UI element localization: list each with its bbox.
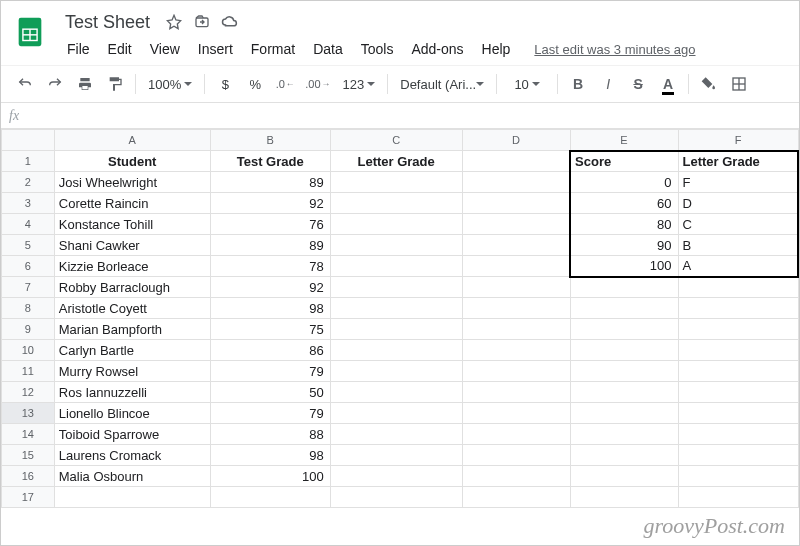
cell-F16[interactable] xyxy=(678,466,798,487)
cell-C12[interactable] xyxy=(330,382,462,403)
cell-E11[interactable] xyxy=(570,361,678,382)
cell-D11[interactable] xyxy=(462,361,570,382)
menu-addons[interactable]: Add-ons xyxy=(403,37,471,61)
row-header-11[interactable]: 11 xyxy=(2,361,55,382)
col-header-F[interactable]: F xyxy=(678,130,798,151)
cell-B3[interactable]: 92 xyxy=(210,193,330,214)
cell-E12[interactable] xyxy=(570,382,678,403)
cell-A17[interactable] xyxy=(54,487,210,508)
cell-E1[interactable]: Score xyxy=(570,151,678,172)
row-header-7[interactable]: 7 xyxy=(2,277,55,298)
cell-F7[interactable] xyxy=(678,277,798,298)
cell-D5[interactable] xyxy=(462,235,570,256)
cell-E6[interactable]: 100 xyxy=(570,256,678,277)
zoom-select[interactable]: 100% xyxy=(142,70,198,98)
menu-file[interactable]: File xyxy=(59,37,98,61)
cell-C15[interactable] xyxy=(330,445,462,466)
menu-help[interactable]: Help xyxy=(474,37,519,61)
cell-D2[interactable] xyxy=(462,172,570,193)
row-header-15[interactable]: 15 xyxy=(2,445,55,466)
cell-C11[interactable] xyxy=(330,361,462,382)
cell-A4[interactable]: Konstance Tohill xyxy=(54,214,210,235)
menu-view[interactable]: View xyxy=(142,37,188,61)
cell-E17[interactable] xyxy=(570,487,678,508)
cell-E2[interactable]: 0 xyxy=(570,172,678,193)
spreadsheet-grid[interactable]: ABCDEF1StudentTest GradeLetter GradeScor… xyxy=(1,129,799,545)
menu-tools[interactable]: Tools xyxy=(353,37,402,61)
menu-format[interactable]: Format xyxy=(243,37,303,61)
borders-button[interactable] xyxy=(725,70,753,98)
cell-E13[interactable] xyxy=(570,403,678,424)
italic-button[interactable]: I xyxy=(594,70,622,98)
cell-C7[interactable] xyxy=(330,277,462,298)
cell-C16[interactable] xyxy=(330,466,462,487)
cell-F2[interactable]: F xyxy=(678,172,798,193)
cell-D6[interactable] xyxy=(462,256,570,277)
cell-D15[interactable] xyxy=(462,445,570,466)
cell-D16[interactable] xyxy=(462,466,570,487)
cell-C2[interactable] xyxy=(330,172,462,193)
cell-D12[interactable] xyxy=(462,382,570,403)
cell-E7[interactable] xyxy=(570,277,678,298)
cell-B6[interactable]: 78 xyxy=(210,256,330,277)
cell-A11[interactable]: Murry Rowsel xyxy=(54,361,210,382)
formula-input[interactable] xyxy=(49,103,791,128)
cell-C9[interactable] xyxy=(330,319,462,340)
cell-B9[interactable]: 75 xyxy=(210,319,330,340)
row-header-14[interactable]: 14 xyxy=(2,424,55,445)
cell-C6[interactable] xyxy=(330,256,462,277)
cell-A3[interactable]: Corette Raincin xyxy=(54,193,210,214)
cell-B1[interactable]: Test Grade xyxy=(210,151,330,172)
cell-E4[interactable]: 80 xyxy=(570,214,678,235)
cell-C17[interactable] xyxy=(330,487,462,508)
cell-D7[interactable] xyxy=(462,277,570,298)
cell-F12[interactable] xyxy=(678,382,798,403)
cell-D9[interactable] xyxy=(462,319,570,340)
menu-insert[interactable]: Insert xyxy=(190,37,241,61)
last-edit-link[interactable]: Last edit was 3 minutes ago xyxy=(534,42,695,57)
row-header-4[interactable]: 4 xyxy=(2,214,55,235)
cell-D13[interactable] xyxy=(462,403,570,424)
cell-F11[interactable] xyxy=(678,361,798,382)
strikethrough-button[interactable]: S xyxy=(624,70,652,98)
cell-F14[interactable] xyxy=(678,424,798,445)
cell-F10[interactable] xyxy=(678,340,798,361)
cell-A16[interactable]: Malia Osbourn xyxy=(54,466,210,487)
paint-format-button[interactable] xyxy=(101,70,129,98)
cell-B12[interactable]: 50 xyxy=(210,382,330,403)
row-header-5[interactable]: 5 xyxy=(2,235,55,256)
cell-F3[interactable]: D xyxy=(678,193,798,214)
cell-F4[interactable]: C xyxy=(678,214,798,235)
star-icon[interactable] xyxy=(164,12,184,32)
cell-B7[interactable]: 92 xyxy=(210,277,330,298)
move-icon[interactable] xyxy=(192,12,212,32)
col-header-E[interactable]: E xyxy=(570,130,678,151)
cell-A6[interactable]: Kizzie Borleace xyxy=(54,256,210,277)
cell-C13[interactable] xyxy=(330,403,462,424)
cell-D14[interactable] xyxy=(462,424,570,445)
cell-F15[interactable] xyxy=(678,445,798,466)
cell-D3[interactable] xyxy=(462,193,570,214)
cell-A7[interactable]: Robby Barraclough xyxy=(54,277,210,298)
cell-A1[interactable]: Student xyxy=(54,151,210,172)
bold-button[interactable]: B xyxy=(564,70,592,98)
row-header-13[interactable]: 13 xyxy=(2,403,55,424)
cell-A10[interactable]: Carlyn Bartle xyxy=(54,340,210,361)
cell-F6[interactable]: A xyxy=(678,256,798,277)
row-header-10[interactable]: 10 xyxy=(2,340,55,361)
cell-D1[interactable] xyxy=(462,151,570,172)
cell-B8[interactable]: 98 xyxy=(210,298,330,319)
cell-C14[interactable] xyxy=(330,424,462,445)
menu-data[interactable]: Data xyxy=(305,37,351,61)
row-header-6[interactable]: 6 xyxy=(2,256,55,277)
col-header-B[interactable]: B xyxy=(210,130,330,151)
increase-decimal-button[interactable]: .00→ xyxy=(301,70,334,98)
cell-F17[interactable] xyxy=(678,487,798,508)
decrease-decimal-button[interactable]: .0← xyxy=(271,70,299,98)
cell-A15[interactable]: Laurens Cromack xyxy=(54,445,210,466)
cell-F13[interactable] xyxy=(678,403,798,424)
cell-F5[interactable]: B xyxy=(678,235,798,256)
format-currency-button[interactable]: $ xyxy=(211,70,239,98)
sheets-logo-icon[interactable] xyxy=(11,13,49,51)
cell-A5[interactable]: Shani Cawker xyxy=(54,235,210,256)
